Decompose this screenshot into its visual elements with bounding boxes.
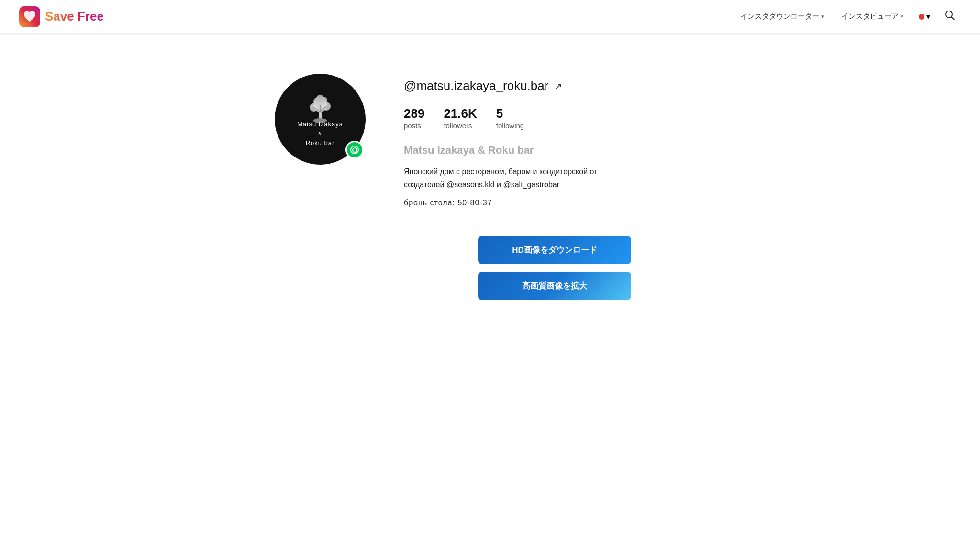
stat-posts-label: posts	[404, 122, 421, 130]
svg-point-10	[316, 95, 324, 102]
profile-handle: @matsu.izakaya_roku.bar	[404, 78, 548, 93]
nav-item-downloader[interactable]: インスタダウンローダー ▾	[734, 8, 831, 25]
nav-dot	[919, 14, 924, 20]
external-link-icon[interactable]: ↗︎	[554, 80, 562, 92]
stat-posts-number: 289	[404, 107, 424, 121]
buttons-section: HD画像をダウンロード 高画質画像を拡大	[404, 236, 705, 300]
profile-booking: бронь стола: 50-80-37	[404, 199, 705, 207]
stat-following-label: following	[496, 122, 524, 130]
main-content: Matsu izakaya & Roku bar @matsu.izakaya_…	[0, 35, 980, 329]
nav-dot-chevron: ▾	[926, 12, 930, 21]
profile-bio-line1: Японский дом с рестораном, баром и конди…	[404, 168, 597, 176]
header: Save Free インスタダウンローダー ▾ インスタビューア ▾ ▾	[0, 0, 980, 34]
profile-card: Matsu izakaya & Roku bar @matsu.izakaya_…	[275, 74, 705, 300]
avatar-text-line2: Roku bar	[306, 139, 335, 146]
stat-following: 5 following	[496, 107, 524, 130]
logo-text: Save Free	[45, 9, 104, 24]
nav-dot-group[interactable]: ▾	[914, 8, 935, 25]
expand-button[interactable]: 高画質画像を拡大	[478, 272, 631, 300]
profile-display-name: Matsu Izakaya & Roku bar	[404, 144, 705, 157]
svg-line-2	[952, 17, 955, 20]
stat-followers-number: 21.6K	[444, 107, 477, 121]
logo-icon	[19, 6, 40, 27]
stat-posts: 289 posts	[404, 107, 424, 130]
nav-viewer-chevron: ▾	[901, 13, 903, 20]
search-icon	[945, 10, 955, 21]
avatar-badge	[345, 141, 364, 159]
nav-right: インスタダウンローダー ▾ インスタビューア ▾ ▾	[734, 6, 961, 27]
download-button[interactable]: HD画像をダウンロード	[478, 236, 631, 264]
profile-info: @matsu.izakaya_roku.bar ↗︎ 289 posts 21.…	[404, 74, 705, 300]
avatar-text-line1: Matsu izakaya	[297, 121, 343, 128]
avatar-text-block: Matsu izakaya & Roku bar	[297, 121, 343, 146]
badge-target-icon	[350, 146, 359, 154]
search-button[interactable]	[939, 6, 961, 27]
stat-followers: 21.6K followers	[444, 107, 477, 130]
stats-row: 289 posts 21.6K followers 5 following	[404, 107, 705, 130]
logo-link[interactable]: Save Free	[19, 6, 104, 27]
stat-following-number: 5	[496, 107, 503, 121]
stat-followers-label: followers	[444, 122, 472, 130]
avatar-text-amp: &	[318, 131, 322, 136]
nav-viewer-label: インスタビューア	[841, 12, 899, 21]
nav-downloader-chevron: ▾	[821, 13, 824, 20]
nav-downloader-label: インスタダウンローダー	[740, 12, 819, 21]
nav-item-viewer[interactable]: インスタビューア ▾	[835, 8, 910, 25]
profile-handle-row: @matsu.izakaya_roku.bar ↗︎	[404, 78, 705, 93]
profile-bio-line2: создателей @seasons.kld и @salt_gastroba…	[404, 180, 559, 189]
profile-bio: Японский дом с рестораном, баром и конди…	[404, 165, 634, 191]
avatar-wrapper: Matsu izakaya & Roku bar	[275, 74, 366, 165]
